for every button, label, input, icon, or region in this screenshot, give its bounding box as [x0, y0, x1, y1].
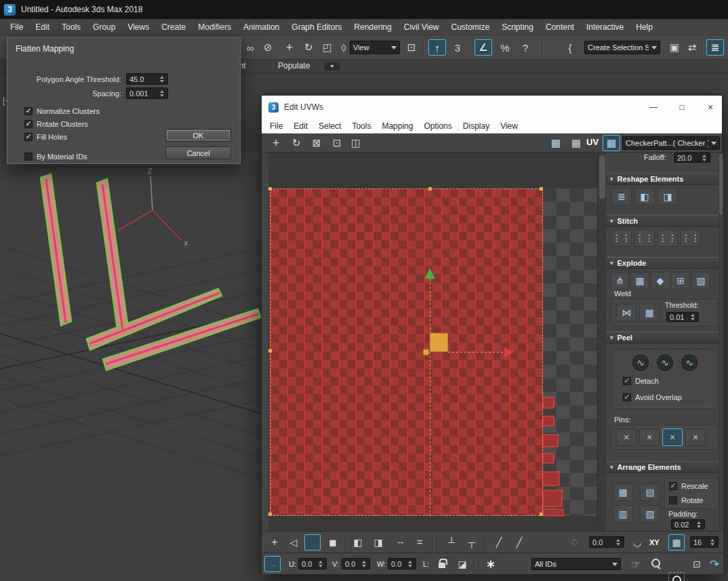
- rollout-arrange-elements[interactable]: ▾ Arrange Elements: [606, 461, 723, 473]
- uv-checker-tiling-icon[interactable]: ▦: [567, 135, 585, 151]
- uvw-menu-file[interactable]: File: [264, 121, 288, 131]
- uvw-menu-edit[interactable]: Edit: [288, 121, 313, 131]
- v-coordinate-field[interactable]: 0.0: [342, 558, 370, 569]
- minimize-button[interactable]: —: [642, 100, 665, 115]
- menu-file[interactable]: File: [4, 19, 29, 35]
- angle-snap-toggle-icon[interactable]: ∠: [474, 39, 492, 56]
- align-elements-icon[interactable]: ◨: [658, 188, 678, 205]
- w-coordinate-field[interactable]: 0.0: [388, 558, 416, 569]
- normalize-clusters-checkbox[interactable]: ✓: [24, 107, 33, 115]
- uvw-menu-tools[interactable]: Tools: [346, 121, 376, 131]
- paint-weights-icon[interactable]: ◪: [454, 556, 470, 572]
- show-map-icon[interactable]: ▦: [547, 135, 565, 151]
- stitch-to-target-icon[interactable]: ⋮⋮: [634, 229, 655, 247]
- align-to-pivot-icon[interactable]: ┬: [464, 534, 480, 550]
- grid-size-field[interactable]: 16: [690, 536, 719, 548]
- u-coordinate-field[interactable]: 0.0: [298, 558, 327, 569]
- edit-named-selections-icon[interactable]: ▣: [666, 39, 683, 56]
- canvas-vertical-scrollbar[interactable]: [597, 153, 606, 531]
- uv-move-icon[interactable]: +: [267, 135, 285, 151]
- relax-tool-icon[interactable]: ≣: [611, 188, 632, 205]
- move-subobject-icon[interactable]: +: [266, 534, 283, 550]
- panel-scrollbar[interactable]: [719, 153, 723, 531]
- uvw-menu-display[interactable]: Display: [458, 121, 495, 131]
- uv-selected-faces-region[interactable]: [270, 188, 543, 516]
- lock-selection-icon[interactable]: [434, 556, 450, 572]
- zoom-extents-icon[interactable]: ⊡: [689, 556, 705, 572]
- ok-button[interactable]: OK: [165, 129, 231, 142]
- break-icon[interactable]: ⊞: [671, 272, 690, 289]
- freeze-selection-icon[interactable]: ∗: [483, 556, 499, 572]
- padding-field[interactable]: 0.02: [671, 519, 705, 529]
- menu-help[interactable]: Help: [630, 19, 659, 35]
- v-spinner[interactable]: [361, 559, 367, 569]
- zoom-region-icon[interactable]: [668, 572, 685, 581]
- clear-pins-icon[interactable]: ×: [685, 428, 706, 446]
- material-id-dropdown[interactable]: All IDs: [531, 558, 621, 570]
- w-spinner[interactable]: [407, 559, 413, 569]
- soft-selection-falloff-icon[interactable]: ◌: [567, 534, 583, 550]
- uvw-titlebar[interactable]: 3 Edit UVWs — □ ×: [262, 96, 722, 119]
- uv-scale-icon[interactable]: ⊠: [308, 135, 325, 151]
- uvw-menu-select[interactable]: Select: [313, 121, 346, 131]
- menu-scripting[interactable]: Scripting: [496, 19, 540, 35]
- scrollbar-thumb[interactable]: [599, 155, 605, 199]
- scrollbar-thumb[interactable]: [719, 154, 723, 215]
- explode-to-faces-icon[interactable]: ▧: [691, 272, 710, 289]
- select-and-manipulate-icon[interactable]: ↑: [428, 39, 446, 56]
- percent-snap-toggle-icon[interactable]: %: [496, 39, 514, 56]
- reference-coordinate-dropdown[interactable]: View: [350, 41, 400, 54]
- menu-tools[interactable]: Tools: [56, 19, 87, 35]
- rotate-angle-field[interactable]: 0.0: [589, 536, 624, 548]
- by-material-ids-checkbox[interactable]: ✓: [24, 153, 33, 161]
- close-button[interactable]: ×: [699, 100, 722, 115]
- flatten-by-angle-icon[interactable]: ▦: [630, 272, 649, 289]
- mirror-icon[interactable]: ⇄: [683, 39, 701, 56]
- menu-rendering[interactable]: Rendering: [348, 19, 397, 35]
- uv-editor-canvas[interactable]: [268, 153, 597, 531]
- edit-seams-icon[interactable]: ∿: [680, 353, 699, 372]
- rollout-explode[interactable]: ▾ Explode: [606, 257, 723, 269]
- padding-spinner[interactable]: [695, 520, 702, 529]
- straighten-selection-icon[interactable]: ◧: [634, 188, 655, 205]
- edge-loop-icon[interactable]: --: [392, 534, 409, 550]
- pin-selected-icon[interactable]: ×: [616, 428, 636, 446]
- fill-holes-checkbox[interactable]: ✓: [24, 133, 33, 141]
- use-pivot-center-icon[interactable]: ⊡: [403, 39, 420, 56]
- avoid-overlap-checkbox[interactable]: ✓: [623, 393, 631, 401]
- menu-views[interactable]: Views: [121, 19, 155, 35]
- checker-pattern-dropdown[interactable]: CheckerPatt...( Checker ): [622, 136, 720, 150]
- ribbon-collapse-button[interactable]: [324, 62, 340, 71]
- rollout-reshape-elements[interactable]: ▾ Reshape Elements: [606, 173, 723, 185]
- pan-hand-icon[interactable]: ☞: [628, 556, 644, 572]
- rotate-clusters-checkbox[interactable]: ✓: [24, 120, 33, 128]
- menu-graph-editors[interactable]: Graph Editors: [285, 19, 348, 35]
- draw-seam-icon[interactable]: ╱: [491, 534, 507, 550]
- snaps-toggle-3d-icon[interactable]: 3: [449, 39, 466, 56]
- spacing-spinner[interactable]: [159, 88, 165, 98]
- falloff-field[interactable]: 20.0: [674, 153, 710, 163]
- maxscript-icon[interactable]: {: [561, 39, 579, 56]
- point-to-point-seam-icon[interactable]: ╱: [511, 534, 527, 550]
- uv-freeform-icon[interactable]: ⊡: [328, 135, 346, 151]
- paint-select-icon[interactable]: [304, 534, 321, 550]
- maximize-button[interactable]: □: [670, 100, 693, 115]
- rollout-stitch[interactable]: ▾ Stitch: [606, 215, 723, 227]
- unpin-selected-icon[interactable]: ×: [639, 428, 660, 446]
- flatten-by-smoothing-icon[interactable]: ⋔: [610, 272, 629, 289]
- detach-checkbox[interactable]: ✓: [623, 377, 631, 385]
- stitch-custom-icon[interactable]: ⋮⋮: [611, 229, 632, 247]
- menu-group[interactable]: Group: [87, 19, 121, 35]
- absolute-offset-mode-icon[interactable]: →: [264, 556, 281, 572]
- uvw-menu-view[interactable]: View: [495, 121, 523, 131]
- uvw-menu-options[interactable]: Options: [418, 121, 457, 131]
- menu-create[interactable]: Create: [155, 19, 192, 35]
- align-to-edge-icon[interactable]: ┴: [443, 534, 460, 550]
- menu-content[interactable]: Content: [540, 19, 580, 35]
- grid-size-spinner[interactable]: [709, 537, 715, 547]
- spinner-snap-toggle-icon[interactable]: ?: [517, 39, 534, 56]
- falloff-spinner[interactable]: [701, 153, 707, 162]
- show-pins-icon[interactable]: ×: [662, 428, 683, 446]
- stitch-to-source-icon[interactable]: ⋮⋮: [658, 229, 678, 247]
- edge-ring-icon[interactable]: =: [411, 534, 428, 550]
